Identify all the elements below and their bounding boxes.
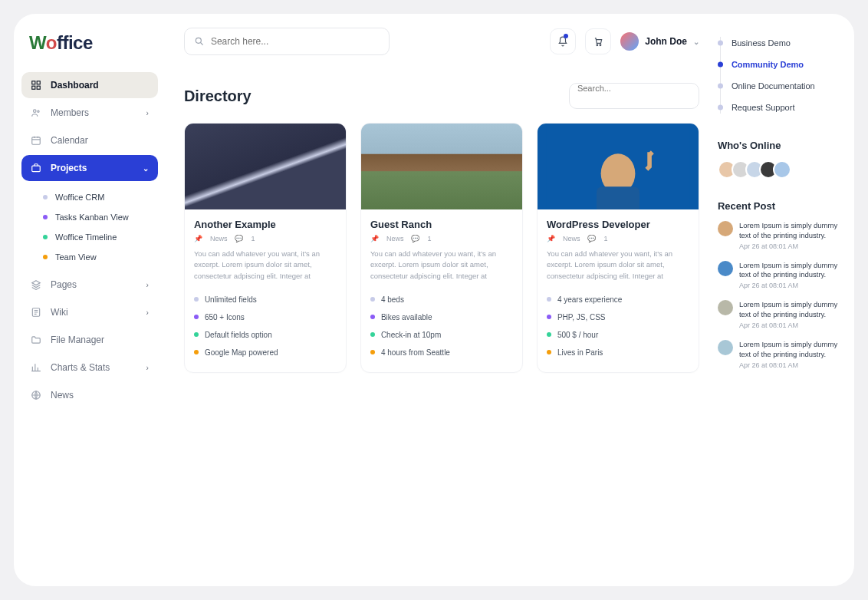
briefcase-icon	[31, 163, 43, 173]
document-icon	[31, 307, 43, 318]
nav-projects[interactable]: Projects ⌄	[21, 155, 158, 181]
svg-point-5	[38, 110, 39, 112]
post-text: Lorem Ipsum is simply dummy text of the …	[739, 221, 840, 241]
dot-icon	[370, 332, 375, 337]
global-search[interactable]	[184, 28, 390, 55]
nav-dashboard[interactable]: Dashboard	[21, 72, 158, 98]
quick-link[interactable]: Request Support	[725, 97, 840, 118]
nav-charts[interactable]: Charts & Stats ›	[21, 354, 158, 381]
quick-links: Business DemoCommunity DemoOnline Docume…	[718, 32, 840, 118]
quick-link[interactable]: Online Documentation	[725, 75, 840, 97]
sidebar-subitem[interactable]: Woffice CRM	[38, 187, 158, 207]
recent-post-item[interactable]: Lorem Ipsum is simply dummy text of the …	[718, 221, 840, 250]
quick-link[interactable]: Community Demo	[725, 54, 840, 75]
nav-file-manager[interactable]: File Manager	[21, 327, 158, 353]
feature-label: 4 years experience	[557, 295, 623, 304]
card-meta: 📌 News 💬 1	[194, 235, 337, 242]
feature-item: Bikes available	[370, 308, 513, 326]
svg-rect-6	[32, 137, 41, 144]
directory-card[interactable]: Guest Ranch 📌 News 💬 1 You can add whate…	[360, 123, 523, 373]
feature-item: Lives in Paris	[547, 344, 689, 361]
subitem-label: Tasks Kanban View	[55, 213, 129, 222]
feature-item: 650 + Icons	[194, 308, 337, 326]
card-comments: 1	[603, 235, 607, 242]
globe-icon	[31, 390, 43, 401]
nav-members[interactable]: Members ›	[21, 100, 158, 126]
nav-label: Charts & Stats	[51, 362, 110, 373]
nav-calendar[interactable]: Calendar	[21, 127, 158, 153]
card-image	[538, 124, 699, 209]
quick-link[interactable]: Business Demo	[725, 32, 840, 54]
directory-card[interactable]: WordPress Developer 📌 News 💬 1 You can a…	[537, 123, 699, 373]
chevron-right-icon: ›	[146, 364, 149, 372]
notifications-button[interactable]	[550, 28, 576, 54]
card-meta: 📌 News 💬 1	[370, 235, 513, 242]
avatar	[620, 32, 639, 51]
card-image	[185, 124, 346, 209]
dot-icon	[370, 297, 375, 302]
user-name: John Doe	[645, 36, 687, 47]
directory-search[interactable]	[569, 83, 699, 109]
comment-icon: 💬	[411, 235, 419, 242]
dot-icon	[194, 350, 199, 354]
card-title: Another Example	[194, 219, 337, 230]
cart-button[interactable]	[585, 28, 611, 54]
projects-subnav: Woffice CRMTasks Kanban ViewWoffice Time…	[21, 183, 158, 272]
online-avatar[interactable]	[773, 160, 791, 179]
card-excerpt: You can add whatever you want, it's an e…	[547, 249, 689, 282]
feature-label: Unlimited fields	[205, 295, 257, 304]
feature-list: 4 bedsBikes availableCheck-in at 10pm4 h…	[370, 291, 513, 361]
logo-rest: ffice	[57, 32, 93, 53]
feature-item: Unlimited fields	[194, 291, 337, 308]
nav-label: News	[51, 390, 74, 401]
dot-icon	[547, 315, 551, 319]
recent-post-item[interactable]: Lorem Ipsum is simply dummy text of the …	[718, 300, 840, 329]
topbar: John Doe ⌄	[184, 28, 699, 55]
svg-rect-0	[32, 81, 35, 84]
comment-icon: 💬	[235, 235, 243, 242]
recent-post-item[interactable]: Lorem Ipsum is simply dummy text of the …	[718, 340, 840, 369]
subitem-label: Woffice CRM	[55, 193, 104, 202]
feature-label: Google Map powered	[205, 348, 278, 357]
sidebar-subitem[interactable]: Team View	[38, 247, 158, 267]
dot-icon	[194, 332, 199, 337]
post-date: Apr 26 at 08:01 AM	[739, 242, 840, 250]
svg-rect-7	[32, 166, 41, 172]
sidebar-subitem[interactable]: Tasks Kanban View	[38, 207, 158, 227]
dot-icon	[547, 350, 551, 354]
user-menu[interactable]: John Doe ⌄	[620, 32, 699, 51]
subitem-label: Woffice Timeline	[55, 232, 117, 242]
directory-card[interactable]: Another Example 📌 News 💬 1 You can add w…	[184, 123, 347, 373]
svg-point-10	[196, 38, 201, 43]
dot-icon	[194, 315, 199, 319]
card-grid: Another Example 📌 News 💬 1 You can add w…	[184, 123, 699, 373]
svg-rect-3	[37, 86, 40, 89]
post-text: Lorem Ipsum is simply dummy text of the …	[739, 300, 840, 320]
feature-item: Default fields option	[194, 326, 337, 344]
chevron-right-icon: ›	[146, 109, 149, 117]
nav-news[interactable]: News	[21, 382, 158, 408]
feature-item: Google Map powered	[194, 344, 337, 361]
search-input[interactable]	[211, 36, 380, 47]
sidebar-subitem[interactable]: Woffice Timeline	[38, 227, 158, 247]
card-category: News	[210, 235, 228, 242]
directory-search-input[interactable]	[577, 84, 691, 93]
recent-post-item[interactable]: Lorem Ipsum is simply dummy text of the …	[718, 261, 840, 290]
card-comments: 1	[251, 235, 255, 242]
nav-wiki[interactable]: Wiki ›	[21, 299, 158, 325]
card-title: WordPress Developer	[547, 219, 689, 230]
feature-label: 4 hours from Seattle	[381, 348, 450, 357]
nav-label: Members	[51, 107, 89, 118]
post-text: Lorem Ipsum is simply dummy text of the …	[739, 340, 840, 360]
pin-icon: 📌	[370, 235, 379, 242]
dot-icon	[43, 235, 48, 239]
svg-point-4	[34, 110, 37, 113]
pin-icon: 📌	[547, 235, 555, 242]
card-category: News	[386, 235, 404, 242]
nav-pages[interactable]: Pages ›	[21, 272, 158, 298]
pin-icon: 📌	[194, 235, 202, 242]
dot-icon	[370, 350, 375, 354]
post-date: Apr 26 at 08:01 AM	[739, 282, 840, 289]
card-image	[361, 124, 522, 209]
logo-w: W	[29, 32, 46, 53]
